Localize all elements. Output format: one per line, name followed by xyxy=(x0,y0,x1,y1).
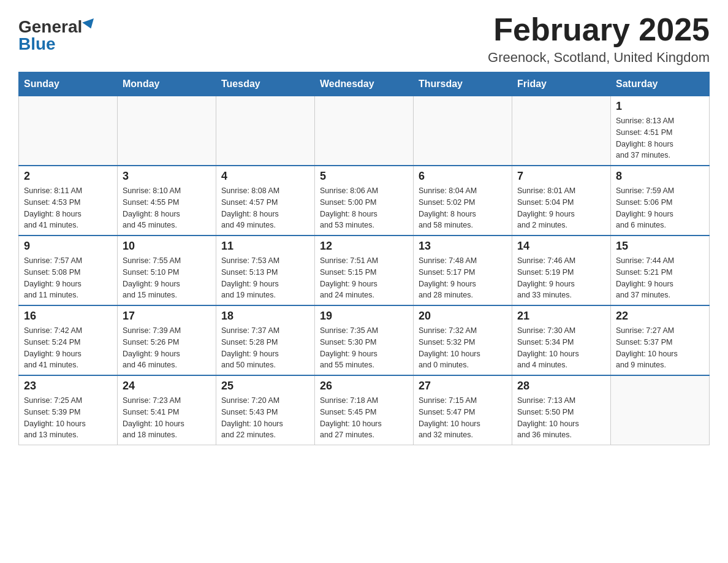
weekday-header-saturday: Saturday xyxy=(611,72,710,96)
calendar-cell: 10Sunrise: 7:55 AMSunset: 5:10 PMDayligh… xyxy=(118,236,216,305)
calendar-cell: 28Sunrise: 7:13 AMSunset: 5:50 PMDayligh… xyxy=(512,375,611,445)
calendar-cell: 23Sunrise: 7:25 AMSunset: 5:39 PMDayligh… xyxy=(19,375,118,445)
day-info: Sunrise: 8:01 AMSunset: 5:04 PMDaylight:… xyxy=(517,185,605,231)
day-number: 12 xyxy=(320,240,408,253)
day-number: 3 xyxy=(123,170,211,183)
day-number: 10 xyxy=(123,240,211,253)
calendar-cell: 1Sunrise: 8:13 AMSunset: 4:51 PMDaylight… xyxy=(611,96,710,166)
day-number: 20 xyxy=(419,310,507,323)
weekday-header-sunday: Sunday xyxy=(19,72,118,96)
calendar-cell: 18Sunrise: 7:37 AMSunset: 5:28 PMDayligh… xyxy=(216,305,315,375)
calendar-cell: 3Sunrise: 8:10 AMSunset: 4:55 PMDaylight… xyxy=(118,166,216,236)
day-number: 2 xyxy=(24,170,112,183)
logo-triangle-icon xyxy=(82,18,97,31)
calendar-cell: 8Sunrise: 7:59 AMSunset: 5:06 PMDaylight… xyxy=(611,166,710,236)
calendar-cell: 16Sunrise: 7:42 AMSunset: 5:24 PMDayligh… xyxy=(19,305,118,375)
day-info: Sunrise: 8:10 AMSunset: 4:55 PMDaylight:… xyxy=(123,185,211,231)
calendar-cell: 5Sunrise: 8:06 AMSunset: 5:00 PMDaylight… xyxy=(315,166,414,236)
day-info: Sunrise: 7:59 AMSunset: 5:06 PMDaylight:… xyxy=(616,185,704,231)
day-number: 28 xyxy=(517,380,605,393)
calendar-week-row: 16Sunrise: 7:42 AMSunset: 5:24 PMDayligh… xyxy=(19,305,710,375)
calendar-cell: 26Sunrise: 7:18 AMSunset: 5:45 PMDayligh… xyxy=(315,375,414,445)
calendar-cell: 13Sunrise: 7:48 AMSunset: 5:17 PMDayligh… xyxy=(414,236,512,305)
day-info: Sunrise: 7:37 AMSunset: 5:28 PMDaylight:… xyxy=(221,325,309,371)
logo-blue: Blue xyxy=(18,36,56,53)
day-number: 23 xyxy=(24,380,112,393)
calendar-cell: 14Sunrise: 7:46 AMSunset: 5:19 PMDayligh… xyxy=(512,236,611,305)
calendar-week-row: 2Sunrise: 8:11 AMSunset: 4:53 PMDaylight… xyxy=(19,166,710,236)
calendar-week-row: 1Sunrise: 8:13 AMSunset: 4:51 PMDaylight… xyxy=(19,96,710,166)
calendar-cell: 24Sunrise: 7:23 AMSunset: 5:41 PMDayligh… xyxy=(118,375,216,445)
day-number: 25 xyxy=(221,380,309,393)
day-number: 4 xyxy=(221,170,309,183)
calendar-week-row: 9Sunrise: 7:57 AMSunset: 5:08 PMDaylight… xyxy=(19,236,710,305)
title-area: February 2025 Greenock, Scotland, United… xyxy=(488,12,710,66)
location-subtitle: Greenock, Scotland, United Kingdom xyxy=(488,50,710,66)
calendar-cell: 4Sunrise: 8:08 AMSunset: 4:57 PMDaylight… xyxy=(216,166,315,236)
logo: General Blue xyxy=(18,12,96,53)
day-number: 1 xyxy=(616,100,704,113)
day-number: 14 xyxy=(517,240,605,253)
day-number: 11 xyxy=(221,240,309,253)
calendar-cell: 27Sunrise: 7:15 AMSunset: 5:47 PMDayligh… xyxy=(414,375,512,445)
calendar-cell: 12Sunrise: 7:51 AMSunset: 5:15 PMDayligh… xyxy=(315,236,414,305)
calendar-cell: 22Sunrise: 7:27 AMSunset: 5:37 PMDayligh… xyxy=(611,305,710,375)
calendar-cell: 17Sunrise: 7:39 AMSunset: 5:26 PMDayligh… xyxy=(118,305,216,375)
day-info: Sunrise: 7:25 AMSunset: 5:39 PMDaylight:… xyxy=(24,395,112,441)
calendar-cell xyxy=(512,96,611,166)
calendar-cell xyxy=(315,96,414,166)
day-info: Sunrise: 7:53 AMSunset: 5:13 PMDaylight:… xyxy=(221,255,309,301)
weekday-header-monday: Monday xyxy=(118,72,216,96)
logo-general: General xyxy=(18,18,82,36)
day-number: 6 xyxy=(419,170,507,183)
day-info: Sunrise: 7:27 AMSunset: 5:37 PMDaylight:… xyxy=(616,325,704,371)
day-number: 5 xyxy=(320,170,408,183)
day-number: 15 xyxy=(616,240,704,253)
calendar-cell xyxy=(611,375,710,445)
day-info: Sunrise: 7:42 AMSunset: 5:24 PMDaylight:… xyxy=(24,325,112,371)
calendar-cell xyxy=(118,96,216,166)
day-info: Sunrise: 8:11 AMSunset: 4:53 PMDaylight:… xyxy=(24,185,112,231)
day-number: 26 xyxy=(320,380,408,393)
day-number: 7 xyxy=(517,170,605,183)
day-info: Sunrise: 7:32 AMSunset: 5:32 PMDaylight:… xyxy=(419,325,507,371)
day-info: Sunrise: 7:18 AMSunset: 5:45 PMDaylight:… xyxy=(320,395,408,441)
day-info: Sunrise: 7:55 AMSunset: 5:10 PMDaylight:… xyxy=(123,255,211,301)
day-number: 19 xyxy=(320,310,408,323)
calendar-table: SundayMondayTuesdayWednesdayThursdayFrid… xyxy=(18,72,710,445)
calendar-cell: 9Sunrise: 7:57 AMSunset: 5:08 PMDaylight… xyxy=(19,236,118,305)
calendar-cell: 6Sunrise: 8:04 AMSunset: 5:02 PMDaylight… xyxy=(414,166,512,236)
day-info: Sunrise: 8:13 AMSunset: 4:51 PMDaylight:… xyxy=(616,115,704,161)
calendar-cell xyxy=(216,96,315,166)
day-info: Sunrise: 8:04 AMSunset: 5:02 PMDaylight:… xyxy=(419,185,507,231)
day-number: 22 xyxy=(616,310,704,323)
day-number: 8 xyxy=(616,170,704,183)
calendar-cell: 19Sunrise: 7:35 AMSunset: 5:30 PMDayligh… xyxy=(315,305,414,375)
day-number: 18 xyxy=(221,310,309,323)
calendar-cell: 15Sunrise: 7:44 AMSunset: 5:21 PMDayligh… xyxy=(611,236,710,305)
day-info: Sunrise: 7:44 AMSunset: 5:21 PMDaylight:… xyxy=(616,255,704,301)
weekday-header-thursday: Thursday xyxy=(414,72,512,96)
day-info: Sunrise: 7:57 AMSunset: 5:08 PMDaylight:… xyxy=(24,255,112,301)
day-number: 17 xyxy=(123,310,211,323)
calendar-cell: 25Sunrise: 7:20 AMSunset: 5:43 PMDayligh… xyxy=(216,375,315,445)
day-info: Sunrise: 7:23 AMSunset: 5:41 PMDaylight:… xyxy=(123,395,211,441)
day-info: Sunrise: 8:08 AMSunset: 4:57 PMDaylight:… xyxy=(221,185,309,231)
weekday-header-friday: Friday xyxy=(512,72,611,96)
day-info: Sunrise: 7:15 AMSunset: 5:47 PMDaylight:… xyxy=(419,395,507,441)
calendar-cell: 20Sunrise: 7:32 AMSunset: 5:32 PMDayligh… xyxy=(414,305,512,375)
day-info: Sunrise: 7:13 AMSunset: 5:50 PMDaylight:… xyxy=(517,395,605,441)
day-info: Sunrise: 7:51 AMSunset: 5:15 PMDaylight:… xyxy=(320,255,408,301)
day-number: 13 xyxy=(419,240,507,253)
day-number: 27 xyxy=(419,380,507,393)
day-info: Sunrise: 7:20 AMSunset: 5:43 PMDaylight:… xyxy=(221,395,309,441)
day-number: 21 xyxy=(517,310,605,323)
calendar-cell: 2Sunrise: 8:11 AMSunset: 4:53 PMDaylight… xyxy=(19,166,118,236)
day-info: Sunrise: 7:46 AMSunset: 5:19 PMDaylight:… xyxy=(517,255,605,301)
day-number: 24 xyxy=(123,380,211,393)
weekday-header-wednesday: Wednesday xyxy=(315,72,414,96)
calendar-cell: 7Sunrise: 8:01 AMSunset: 5:04 PMDaylight… xyxy=(512,166,611,236)
calendar-cell xyxy=(414,96,512,166)
day-number: 9 xyxy=(24,240,112,253)
calendar-cell: 11Sunrise: 7:53 AMSunset: 5:13 PMDayligh… xyxy=(216,236,315,305)
